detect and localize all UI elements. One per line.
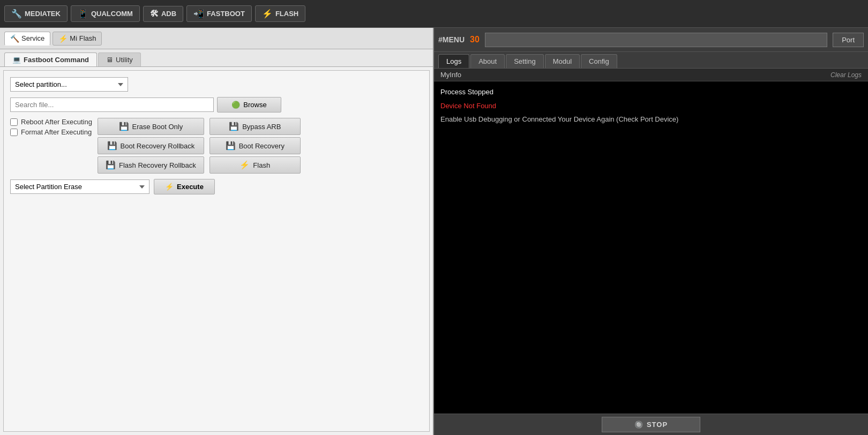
myinfo-bar: MyInfo Clear Logs [434, 69, 868, 81]
flash-recovery-rollback-label: Flash Recovery Rollback [119, 161, 196, 169]
flash-right-label: Flash [253, 161, 270, 169]
right-topbar: #MENU 30 Port [434, 28, 868, 52]
log-line-enable-usb: Enable Usb Debugging or Connected Your D… [440, 114, 862, 125]
log-area: Process Stopped Device Not Found Enable … [434, 81, 868, 414]
tab-logs-label: Logs [446, 57, 461, 65]
boot-recovery-icon: 💾 [226, 141, 236, 151]
utility-tab[interactable]: 🖥 Utility [98, 52, 141, 66]
flash-icon: ⚡ [262, 9, 273, 19]
erase-boot-only-button[interactable]: 💾 Erase Boot Only [98, 118, 204, 135]
erase-boot-icon: 💾 [119, 122, 129, 131]
execute-label: Execute [177, 183, 204, 191]
adb-button[interactable]: 🛠 ADB [143, 6, 183, 22]
tab-modul[interactable]: Modul [545, 54, 580, 68]
tab-config-label: Config [589, 57, 609, 65]
service-tab[interactable]: 🔨 Service [4, 32, 50, 46]
service-tab-bar: 🔨 Service ⚡ Mi Flash [0, 28, 433, 49]
myinfo-label: MyInfo [440, 71, 461, 79]
miflash-tab[interactable]: ⚡ Mi Flash [53, 32, 102, 46]
buttons-area: Reboot After Executing Format After Exec… [10, 118, 423, 174]
utility-label: Utility [116, 56, 133, 64]
bypass-arb-button[interactable]: 💾 Bypass ARB [209, 118, 301, 135]
flash-recovery-rollback-button[interactable]: 💾 Flash Recovery Rollback [98, 156, 204, 174]
flash-label: FLASH [275, 10, 298, 18]
left-panel: 🔨 Service ⚡ Mi Flash 💻 Fastboot Command … [0, 28, 434, 435]
tab-modul-label: Modul [553, 57, 572, 65]
stop-icon: 🔘 [634, 421, 643, 429]
clear-logs-button[interactable]: Clear Logs [830, 71, 862, 79]
boot-recovery-label: Boot Recovery [239, 142, 285, 150]
service-tab-label: Service [21, 34, 44, 42]
fastboot-command-label: Fastboot Command [24, 56, 89, 64]
menu-number: 30 [470, 35, 480, 44]
reboot-after-checkbox[interactable] [10, 118, 18, 126]
right-tab-bar: Logs About Setting Modul Config [434, 52, 868, 69]
mediatek-button[interactable]: 🔧 MEDIATEK [4, 5, 68, 22]
fastboot-label: FASTBOOT [207, 10, 245, 18]
content-tab-bar: 💻 Fastboot Command 🖥 Utility [0, 49, 433, 67]
browse-label: Browse [243, 101, 266, 109]
search-file-input[interactable] [10, 98, 214, 112]
browse-icon: 🟢 [231, 101, 240, 109]
fastboot-command-tab[interactable]: 💻 Fastboot Command [4, 52, 97, 66]
mediatek-icon: 🔧 [11, 9, 22, 19]
port-label: Port [842, 36, 855, 44]
select-partition-dropdown[interactable]: Select partition... [10, 77, 128, 92]
menu-dropdown[interactable] [485, 33, 827, 47]
reboot-after-checkbox-row[interactable]: Reboot After Executing [10, 118, 92, 126]
erase-boot-label: Erase Boot Only [132, 123, 183, 131]
log-line-process-stopped: Process Stopped [440, 87, 862, 98]
bypass-arb-label: Bypass ARB [242, 123, 281, 131]
qualcomm-button[interactable]: 📱 QUALCOMM [71, 5, 140, 22]
left-action-buttons: 💾 Erase Boot Only 💾 Boot Recovery Rollba… [98, 118, 204, 174]
execute-button[interactable]: ⚡ Execute [154, 179, 215, 194]
stop-button[interactable]: 🔘 STOP [602, 417, 700, 432]
flash-right-icon: ⚡ [240, 160, 250, 170]
fastboot-command-icon: 💻 [12, 56, 21, 64]
miflash-icon: ⚡ [58, 34, 68, 43]
menu-label: #MENU [438, 35, 465, 44]
tab-about[interactable]: About [470, 54, 505, 68]
fastboot-content: Select partition... 🟢 Browse Reboot A [3, 70, 430, 432]
utility-icon: 🖥 [106, 56, 113, 64]
select-partition-erase-dropdown[interactable]: Select Partition Erase [10, 179, 149, 194]
partition-select-row: Select partition... [10, 77, 423, 92]
reboot-after-label: Reboot After Executing [21, 118, 92, 126]
tab-about-label: About [478, 57, 497, 65]
flash-recovery-rollback-icon: 💾 [106, 160, 116, 170]
port-button[interactable]: Port [833, 33, 864, 47]
fastboot-button[interactable]: 📲 FASTBOOT [186, 5, 252, 22]
checkboxes: Reboot After Executing Format After Exec… [10, 118, 92, 136]
flash-right-button[interactable]: ⚡ Flash [209, 156, 301, 174]
flash-button[interactable]: ⚡ FLASH [255, 5, 305, 22]
format-after-checkbox-row[interactable]: Format After Executing [10, 128, 92, 136]
execute-icon: ⚡ [165, 183, 174, 191]
qualcomm-label: QUALCOMM [91, 10, 133, 18]
fastboot-icon: 📲 [193, 9, 204, 19]
boot-recovery-rollback-label: Boot Recovery Rollback [121, 142, 195, 150]
browse-button[interactable]: 🟢 Browse [217, 97, 281, 112]
service-icon: 🔨 [10, 34, 19, 43]
miflash-tab-label: Mi Flash [70, 34, 96, 42]
tab-setting-label: Setting [514, 57, 535, 65]
toolbar: 🔧 MEDIATEK 📱 QUALCOMM 🛠 ADB 📲 FASTBOOT ⚡… [0, 0, 868, 28]
boot-recovery-button[interactable]: 💾 Boot Recovery [209, 137, 301, 154]
tab-logs[interactable]: Logs [438, 54, 469, 68]
boot-recovery-rollback-button[interactable]: 💾 Boot Recovery Rollback [98, 137, 204, 154]
tab-setting[interactable]: Setting [506, 54, 543, 68]
right-panel: #MENU 30 Port Logs About Setting Modul [434, 28, 868, 435]
right-action-buttons: 💾 Bypass ARB 💾 Boot Recovery ⚡ Flash [209, 118, 301, 174]
tab-config[interactable]: Config [581, 54, 617, 68]
search-row: 🟢 Browse [10, 97, 423, 112]
qualcomm-icon: 📱 [78, 9, 88, 19]
adb-icon: 🛠 [150, 9, 159, 19]
stop-bar: 🔘 STOP [434, 414, 868, 435]
log-line-device-not-found: Device Not Found [440, 101, 862, 111]
main-layout: 🔨 Service ⚡ Mi Flash 💻 Fastboot Command … [0, 28, 868, 435]
format-after-label: Format After Executing [21, 128, 92, 136]
format-after-checkbox[interactable] [10, 129, 18, 136]
boot-recovery-rollback-icon: 💾 [107, 141, 117, 151]
mediatek-label: MEDIATEK [25, 10, 61, 18]
stop-label: STOP [647, 421, 668, 429]
adb-label: ADB [161, 10, 176, 18]
